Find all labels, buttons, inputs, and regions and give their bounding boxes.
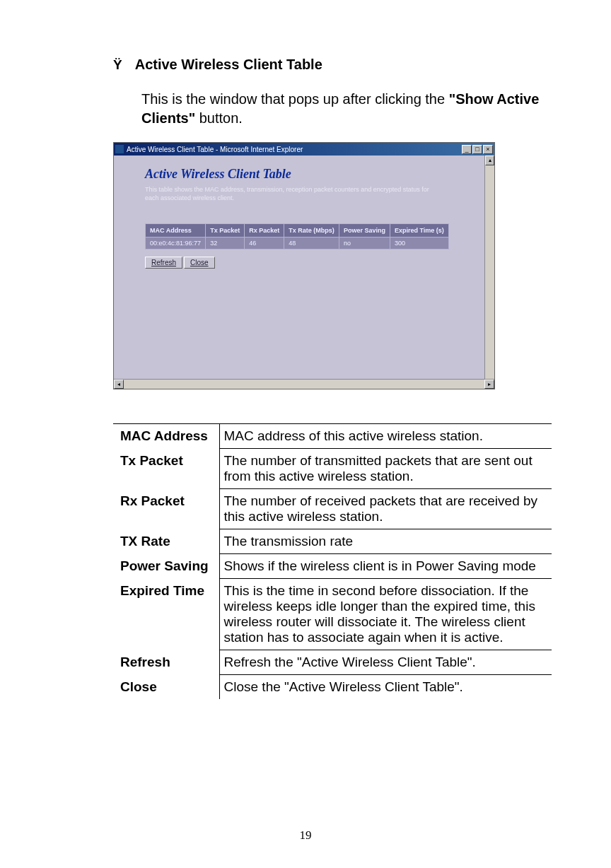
th-tx-rate: Tx Rate (Mbps) <box>284 224 339 237</box>
bullet-icon: Ÿ <box>113 57 122 73</box>
cell-rx-packet: 46 <box>245 237 284 250</box>
def-term: Close <box>113 675 219 700</box>
def-row: TX Rate The transmission rate <box>113 529 552 554</box>
def-term: Expired Time <box>113 579 219 650</box>
th-tx-packet: Tx Packet <box>206 224 245 237</box>
close-button[interactable]: × <box>483 145 493 154</box>
def-desc: Refresh the "Active Wireless Client Tabl… <box>219 650 552 675</box>
def-term: Refresh <box>113 650 219 675</box>
cell-expired: 300 <box>390 237 449 250</box>
client-table: MAC Address Tx Packet Rx Packet Tx Rate … <box>145 223 449 250</box>
dialog-title: Active Wireless Client Table <box>145 167 473 182</box>
def-desc: The number of received packets that are … <box>219 489 552 529</box>
def-term: MAC Address <box>113 424 219 449</box>
dialog-buttons: Refresh Close <box>145 257 473 269</box>
definitions-table: MAC Address MAC address of this active w… <box>113 423 552 699</box>
intro-paragraph: This is the window that pops up after cl… <box>141 90 566 128</box>
table-row: 00:e0:4c:81:96:77 32 46 48 no 300 <box>146 237 449 250</box>
def-term: Power Saving <box>113 554 219 579</box>
cell-mac: 00:e0:4c:81:96:77 <box>146 237 206 250</box>
refresh-button[interactable]: Refresh <box>145 257 182 269</box>
window-controls: _ □ × <box>462 145 493 154</box>
ie-icon <box>115 145 124 153</box>
table-header-row: MAC Address Tx Packet Rx Packet Tx Rate … <box>146 224 449 237</box>
scrollbar-horizontal[interactable]: ◂▸ <box>114 379 494 389</box>
window-title: Active Wireless Client Table - Microsoft… <box>127 146 462 153</box>
def-term: Tx Packet <box>113 449 219 489</box>
page-number: 19 <box>0 828 611 843</box>
dialog-description: This table shows the MAC address, transm… <box>145 186 435 202</box>
th-mac: MAC Address <box>146 224 206 237</box>
cell-tx-rate: 48 <box>284 237 339 250</box>
def-desc: This is the time in second before dissoc… <box>219 579 552 650</box>
cell-tx-packet: 32 <box>206 237 245 250</box>
def-desc: Close the "Active Wireless Client Table"… <box>219 675 552 700</box>
scrollbar-vertical[interactable]: ▴ <box>484 156 494 379</box>
close-dialog-button[interactable]: Close <box>184 257 215 269</box>
def-desc: MAC address of this active wireless stat… <box>219 424 552 449</box>
def-row: Tx Packet The number of transmitted pack… <box>113 449 552 489</box>
window-body: Active Wireless Client Table This table … <box>114 156 494 389</box>
def-desc: The transmission rate <box>219 529 552 554</box>
def-desc: Shows if the wireless client is in Power… <box>219 554 552 579</box>
th-power-saving: Power Saving <box>339 224 390 237</box>
browser-window: Active Wireless Client Table - Microsoft… <box>113 142 495 389</box>
def-row: Refresh Refresh the "Active Wireless Cli… <box>113 650 552 675</box>
intro-post: button. <box>195 110 243 126</box>
def-term: Rx Packet <box>113 489 219 529</box>
minimize-button[interactable]: _ <box>462 145 472 154</box>
heading-text: Active Wireless Client Table <box>135 57 322 73</box>
titlebar: Active Wireless Client Table - Microsoft… <box>114 143 494 156</box>
intro-pre: This is the window that pops up after cl… <box>141 91 449 107</box>
def-term: TX Rate <box>113 529 219 554</box>
def-row: Expired Time This is the time in second … <box>113 579 552 650</box>
maximize-button[interactable]: □ <box>472 145 482 154</box>
cell-power-saving: no <box>339 237 390 250</box>
th-expired: Expired Time (s) <box>390 224 449 237</box>
def-desc: The number of transmitted packets that a… <box>219 449 552 489</box>
def-row: Rx Packet The number of received packets… <box>113 489 552 529</box>
th-rx-packet: Rx Packet <box>245 224 284 237</box>
section-heading: Ÿ Active Wireless Client Table <box>113 57 566 73</box>
def-row: Power Saving Shows if the wireless clien… <box>113 554 552 579</box>
def-row: Close Close the "Active Wireless Client … <box>113 675 552 700</box>
def-row: MAC Address MAC address of this active w… <box>113 424 552 449</box>
